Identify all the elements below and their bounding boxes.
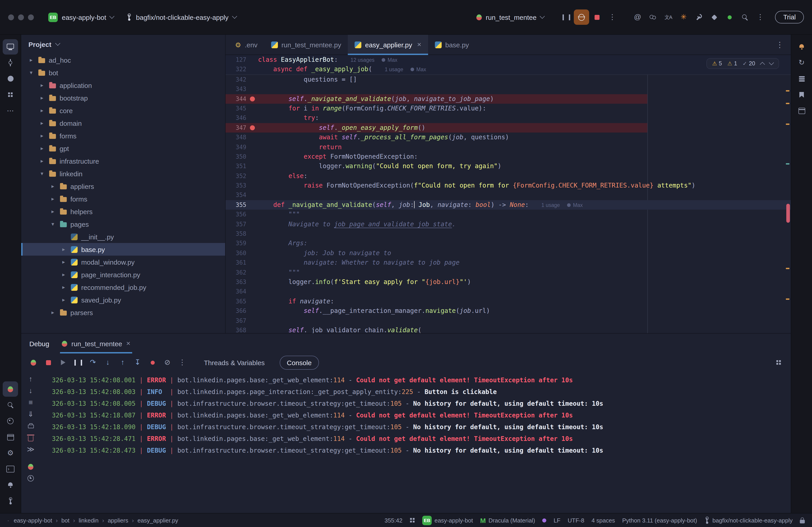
tree-chevron-icon[interactable]: ▸	[60, 246, 67, 253]
tree-item-recommended_job.py[interactable]: ▸recommended_job.py	[21, 281, 225, 293]
maximize-window-icon[interactable]	[28, 14, 34, 20]
project-widget[interactable]: EBeasy-apply-bot	[422, 515, 473, 525]
code-line[interactable]: 353 raise FormNotOpenedException(f"Could…	[226, 181, 791, 191]
warning-marker[interactable]	[786, 103, 789, 104]
code-line[interactable]: 322 async def _easy_apply_job(1 usageMax	[226, 65, 791, 74]
tree-chevron-icon[interactable]: ▾	[28, 70, 35, 76]
encoding[interactable]: UTF-8	[568, 517, 584, 524]
sync-icon[interactable]: ↻	[794, 55, 809, 70]
line-number[interactable]: 344	[226, 94, 246, 104]
tree-item-parsers[interactable]: ▸parsers	[21, 306, 225, 319]
breakpoint-gutter[interactable]	[246, 268, 258, 277]
tree-chevron-icon[interactable]: ▸	[49, 196, 56, 202]
tree-item-saved_job.py[interactable]: ▸saved_job.py	[21, 293, 225, 306]
print-icon[interactable]	[24, 420, 37, 432]
tree-item-modal_window.py[interactable]: ▸modal_window.py	[21, 256, 225, 268]
breakpoint-gutter[interactable]	[246, 162, 258, 171]
more-output-icon[interactable]: ≫	[24, 443, 37, 455]
breakpoint-gutter[interactable]	[246, 200, 258, 210]
tree-chevron-icon[interactable]: ▸	[49, 208, 56, 215]
breakpoint-gutter[interactable]	[246, 65, 258, 74]
step-over-icon[interactable]: ↷	[86, 356, 100, 369]
tree-chevron-icon[interactable]: ▸	[38, 120, 46, 126]
tab-threads-variables[interactable]: Threads & Variables	[197, 356, 272, 370]
breakpoint-gutter[interactable]	[246, 239, 258, 249]
tree-chevron-icon[interactable]: ▸	[28, 57, 35, 63]
trial-button[interactable]: Trial	[775, 11, 804, 24]
build-icon[interactable]	[794, 103, 809, 118]
collaboration-icon[interactable]	[645, 10, 661, 25]
accent-color[interactable]	[542, 518, 546, 522]
code-line[interactable]: 364	[226, 287, 791, 297]
breakpoint-gutter[interactable]	[246, 171, 258, 181]
code-line[interactable]: 366 self.__page_interaction_manager.navi…	[226, 306, 791, 316]
code-line[interactable]: 352 else:	[226, 171, 791, 181]
breakpoint-gutter[interactable]	[246, 306, 258, 316]
code-line[interactable]: 367	[226, 316, 791, 326]
warning-marker[interactable]	[786, 268, 789, 269]
line-number[interactable]: 353	[226, 181, 246, 191]
tree-chevron-icon[interactable]: ▸	[38, 133, 46, 139]
step-into-icon[interactable]: ↓	[101, 356, 115, 369]
code-line[interactable]: 360 job: Job to navigate to	[226, 249, 791, 258]
tree-item-forms[interactable]: ▸forms	[21, 193, 225, 205]
warnings-badge[interactable]: ⚠5	[712, 60, 722, 67]
code-line[interactable]: 362 """	[226, 268, 791, 277]
breakpoint-gutter[interactable]	[246, 123, 258, 133]
line-number[interactable]: 350	[226, 152, 246, 162]
next-problem-icon[interactable]	[769, 60, 774, 65]
more-icon[interactable]: ⋮	[175, 356, 189, 369]
editor-tab-easy_applier.py[interactable]: easy_applier.py×	[348, 35, 428, 55]
commit-icon[interactable]	[3, 55, 18, 70]
close-icon[interactable]: ×	[126, 340, 131, 348]
tree-item-helpers[interactable]: ▸helpers	[21, 205, 225, 218]
line-number[interactable]: 361	[226, 258, 246, 268]
tree-chevron-icon[interactable]: ▸	[38, 107, 46, 114]
tools-icon[interactable]	[691, 10, 707, 25]
code-line[interactable]: 359 Args:	[226, 239, 791, 249]
breakpoint-gutter[interactable]	[246, 142, 258, 152]
tree-item-gpt[interactable]: ▸gpt	[21, 142, 225, 155]
line-number[interactable]: 360	[226, 249, 246, 258]
tree-chevron-icon[interactable]: ▸	[60, 297, 67, 303]
line-number[interactable]: 364	[226, 287, 246, 297]
tree-item-ad_hoc[interactable]: ▸ad_hoc	[21, 54, 225, 66]
line-number[interactable]: 358	[226, 229, 246, 239]
code-line[interactable]: 363 logger.info(f'Start easy apply for "…	[226, 277, 791, 287]
history-icon[interactable]	[24, 472, 37, 484]
code-line[interactable]: 127class EasyApplierBot:12 usagesMax	[226, 55, 791, 65]
services-icon[interactable]	[3, 413, 18, 429]
tree-chevron-icon[interactable]: ▸	[49, 183, 56, 189]
tree-chevron-icon[interactable]: ▸	[60, 284, 67, 290]
code-line[interactable]: 343	[226, 84, 791, 94]
console-output[interactable]: 326-03-13 15:42:08.001 | ERROR | bot.lin…	[40, 372, 791, 513]
github-icon[interactable]	[3, 71, 18, 86]
code-line[interactable]: 345 for i in range(FormConfig.CHECK_FORM…	[226, 104, 791, 114]
warning-marker[interactable]	[786, 123, 789, 125]
git-branch[interactable]: bagfix/not-clickable-easy-apply	[704, 517, 793, 524]
editor-tab-base.py[interactable]: base.py	[428, 35, 476, 55]
tree-item-domain[interactable]: ▸domain	[21, 117, 225, 130]
line-number[interactable]: 354	[226, 191, 246, 200]
tree-item-base.py[interactable]: ▸base.py	[21, 243, 225, 256]
line-number[interactable]: 348	[226, 133, 246, 142]
warning-marker[interactable]	[786, 298, 789, 300]
warning-marker[interactable]	[786, 90, 789, 91]
breakpoint-gutter[interactable]	[246, 133, 258, 142]
down-stack-icon[interactable]: ↓	[24, 385, 37, 397]
mute-breakpoints-icon[interactable]: ⊘	[161, 356, 174, 369]
more-settings-icon[interactable]: ⋮	[753, 10, 768, 25]
project-selector[interactable]: EB easy-apply-bot	[44, 9, 118, 25]
tree-chevron-icon[interactable]: ▸	[49, 309, 56, 316]
breakpoint-gutter[interactable]	[246, 114, 258, 123]
theme-widget[interactable]: MDracula (Material)	[480, 517, 535, 524]
tree-chevron-icon[interactable]: ▸	[38, 158, 46, 164]
line-number[interactable]: 362	[226, 268, 246, 277]
step-out-icon[interactable]: ↑	[116, 356, 129, 369]
run-to-cursor-icon[interactable]: ↧	[131, 356, 144, 369]
view-breakpoints-icon[interactable]	[146, 356, 159, 369]
code-line[interactable]: 368 self._job_validator_chain.validate(	[226, 326, 791, 333]
line-number[interactable]: 359	[226, 239, 246, 249]
asterisk-icon[interactable]: ✳	[676, 10, 691, 25]
tree-chevron-icon[interactable]: ▸	[38, 82, 46, 88]
